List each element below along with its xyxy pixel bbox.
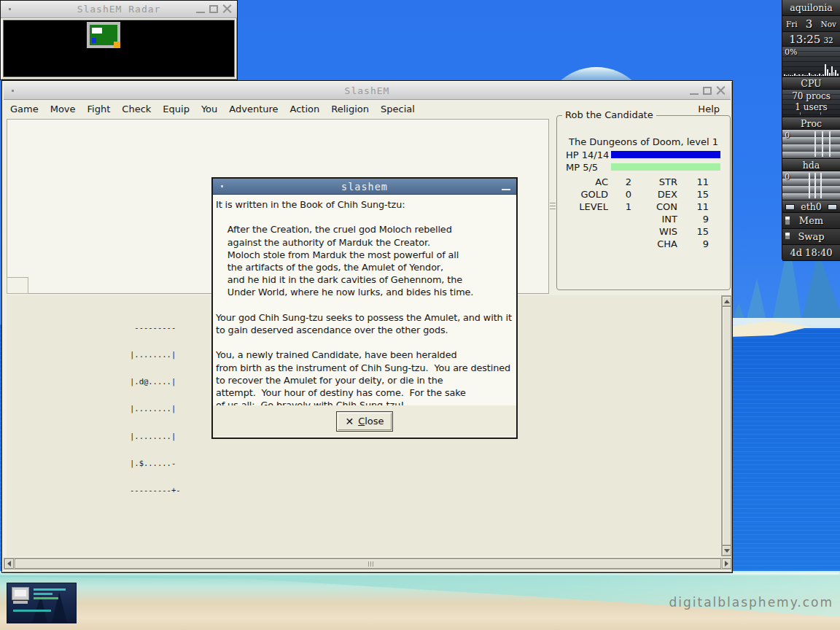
minimized-window-icon[interactable]: [7, 583, 77, 623]
menu-item-religion[interactable]: Religion: [325, 101, 375, 117]
minicon-text-line: [34, 593, 52, 595]
cpu-chart: 0%: [782, 47, 840, 77]
cpu-value: 0%: [785, 47, 797, 57]
minimize-icon[interactable]: [690, 87, 699, 95]
wallpaper-watermark: digitalblasphemy.com: [669, 595, 833, 610]
minimize-icon[interactable]: [502, 183, 510, 190]
hp-label: HP 14/14: [566, 149, 609, 160]
users-count: 1 users: [782, 102, 840, 113]
hda-chart: 0: [782, 130, 840, 159]
hda-label-button[interactable]: hda: [782, 159, 840, 171]
radar-titlebar[interactable]: SlashEM Radar: [1, 1, 237, 18]
scroll-right-button[interactable]: [722, 559, 731, 569]
ascii-map: --------- |........| |.d@.....| |.......…: [130, 305, 181, 513]
stat-labels-left: AC GOLD LEVEL: [563, 176, 608, 213]
close-button-label: Close: [358, 416, 384, 427]
date-day: 3: [806, 18, 813, 31]
date-weekday: Fri: [786, 20, 798, 28]
proc-chart: 70 procs 1 users: [782, 90, 840, 117]
stat-values-left: 2 0 1: [611, 176, 631, 213]
paned-grip[interactable]: [550, 196, 556, 215]
dialog-body: It is written in the Book of Chih Sung-t…: [213, 195, 516, 405]
dialog-button-bar: ✕ Close: [213, 405, 516, 437]
gkrellm-clock: 13:25 32: [782, 32, 840, 47]
eth0-tx-led: [828, 204, 837, 210]
dialog-titlebar[interactable]: slashem: [213, 179, 516, 195]
radar-player-marker: [92, 38, 96, 43]
dungeon-location: The Dungeons of Doom, level 1: [557, 136, 730, 147]
proc-count: 70 procs: [782, 91, 840, 102]
cpu-label-button[interactable]: CPU: [782, 77, 840, 90]
radar-map-view: [3, 20, 235, 77]
eth0-label-button[interactable]: eth0: [782, 201, 840, 213]
intro-dialog: slashem It is written in the Book of Chi…: [211, 177, 518, 439]
radar-room-marker: [92, 28, 102, 34]
horizontal-scrollbar[interactable]: [4, 558, 732, 569]
radar-gold-marker: [114, 42, 120, 48]
scroll-left-icon: [7, 561, 11, 567]
mem-row: Mem: [782, 213, 840, 229]
menu-item-special[interactable]: Special: [375, 101, 421, 117]
swap-row: Swap: [782, 229, 840, 245]
minicon-background: [28, 591, 71, 623]
menu-item-move[interactable]: Move: [44, 101, 82, 117]
eth0-value: 0: [785, 172, 790, 182]
hda-value: 0: [785, 131, 790, 140]
dialog-title: slashem: [213, 181, 516, 192]
mem-krell[interactable]: [785, 217, 790, 225]
close-button[interactable]: ✕ Close: [336, 411, 392, 432]
proc-label-button[interactable]: Proc: [782, 117, 840, 130]
menu-item-adventure[interactable]: Adventure: [223, 101, 284, 117]
gkrellm-date: Fri 3 Nov: [782, 16, 840, 32]
hp-bar: [611, 151, 720, 158]
minimize-icon[interactable]: [196, 5, 205, 13]
eth0-chart: 0: [782, 171, 840, 201]
computer-icon: [12, 587, 31, 604]
gkrellm-hostname: aquilonia: [782, 0, 840, 16]
paned-handle[interactable]: [7, 277, 28, 294]
scroll-up-button[interactable]: [722, 296, 731, 306]
scroll-down-button[interactable]: [722, 545, 731, 556]
scroll-down-icon: [724, 549, 730, 553]
menu-item-equip[interactable]: Equip: [157, 101, 195, 117]
horizontal-scroll-thumb[interactable]: [15, 559, 721, 569]
scroll-left-button[interactable]: [4, 559, 14, 569]
mem-label: Mem: [799, 215, 823, 226]
main-window-title: SlashEM: [4, 85, 731, 96]
eth0-rx-led: [785, 204, 795, 210]
mp-bar: [611, 163, 720, 171]
vertical-scrollbar[interactable]: [721, 295, 732, 556]
maximize-icon[interactable]: [703, 87, 712, 95]
menu-item-action[interactable]: Action: [284, 101, 326, 117]
date-month: Nov: [821, 20, 836, 28]
vertical-scroll-thumb[interactable]: [722, 306, 731, 545]
scroll-up-icon: [724, 300, 730, 303]
stat-values-right: 11 15 11 9 15 9: [681, 176, 709, 250]
menu-item-fight[interactable]: Fight: [82, 101, 117, 117]
minicon-text-line: [34, 597, 58, 599]
close-x-icon: ✕: [345, 416, 354, 427]
gkrellm-panel: aquilonia Fri 3 Nov 13:25 32 0% CPU 70 p…: [782, 0, 840, 260]
swap-krell[interactable]: [785, 233, 790, 239]
eth0-label: eth0: [801, 201, 821, 212]
menu-item-check[interactable]: Check: [116, 101, 157, 117]
stat-labels-right: STR DEX CON INT WIS CHA: [643, 176, 677, 250]
menu-item-game[interactable]: Game: [4, 101, 44, 117]
character-stats-panel: Rob the Candidate The Dungeons of Doom, …: [556, 115, 731, 290]
character-name: Rob the Candidate: [562, 109, 656, 120]
close-icon[interactable]: [222, 4, 232, 14]
swap-label: Swap: [798, 231, 824, 242]
mp-label: MP 5/5: [566, 162, 598, 173]
minicon-text-line: [34, 588, 66, 591]
maximize-icon[interactable]: [209, 5, 218, 13]
radar-map-thumbnail: [87, 22, 120, 48]
main-titlebar[interactable]: SlashEM: [4, 82, 731, 100]
minicon-text-line: [13, 610, 51, 612]
menu-item-you[interactable]: You: [195, 101, 223, 117]
uptime: 4d 18:40: [782, 245, 840, 261]
time-hm: 13:25: [789, 33, 820, 46]
scroll-right-icon: [725, 561, 728, 567]
close-icon[interactable]: [716, 86, 726, 96]
intro-text: It is written in the Book of Chih Sung-t…: [216, 198, 513, 405]
time-seconds: 32: [823, 34, 833, 44]
